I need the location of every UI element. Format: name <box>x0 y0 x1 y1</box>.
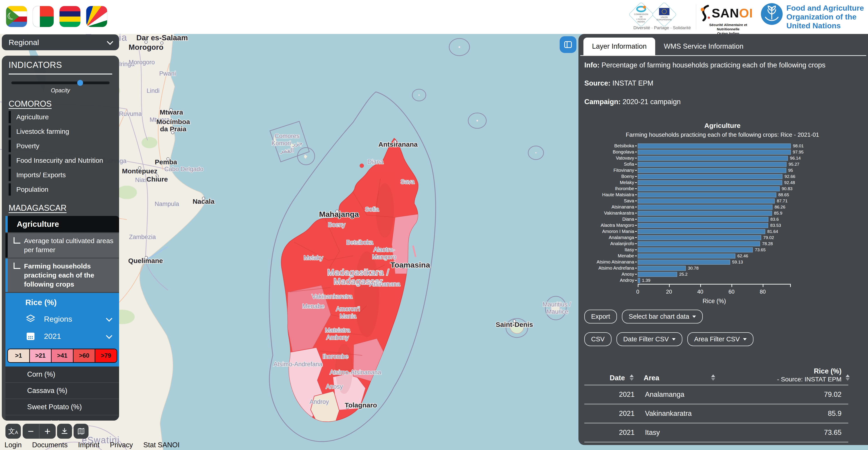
map-label: Morogoro <box>129 59 155 66</box>
sidebar-item[interactable]: Population <box>9 183 116 196</box>
chart-category-tick <box>635 176 637 177</box>
region-level-select[interactable]: Regional <box>2 34 119 50</box>
sidebar-item[interactable]: Food Insecurity and Nutrition <box>9 154 116 167</box>
chart-bar <box>638 217 768 222</box>
selected-indicator-box: Rice (%) Regions 2021 >1>21>41>60>79 <box>5 293 119 366</box>
sort-control-date[interactable] <box>630 375 634 381</box>
table-row[interactable]: 2021Itasy73.65 <box>584 423 848 442</box>
coi-tagline: Diversité · Partage · Solidarité <box>628 25 696 30</box>
column-header-area[interactable]: Area <box>644 374 659 382</box>
chart-row: Androy1.39 <box>582 277 863 283</box>
sidebar-item[interactable]: Poverty <box>9 140 116 152</box>
sidebar-item-agriculture-selected[interactable]: Agriculture <box>5 216 119 232</box>
chart-category-tick <box>635 250 637 250</box>
chart-value-label: 25.2 <box>679 272 688 277</box>
chart-category-label: Sava <box>582 198 634 203</box>
footer-link-privacy[interactable]: Privacy <box>110 441 133 449</box>
download-button[interactable] <box>57 424 72 439</box>
opacity-slider[interactable] <box>11 80 110 86</box>
tab-wms-service-information[interactable]: WMS Service Information <box>655 38 752 55</box>
cell-area: Itasy <box>645 428 660 437</box>
panel-toggle-button[interactable] <box>560 36 577 53</box>
footer-link-documents[interactable]: Documents <box>32 441 68 449</box>
chart-bar <box>638 235 761 240</box>
table-row[interactable]: 2021Analamanga79.02 <box>584 385 848 404</box>
chart-category-label: Androy <box>582 278 634 283</box>
button-area-filter-csv[interactable]: Area Filter CSV <box>687 332 753 346</box>
chart-category-tick <box>635 170 637 171</box>
sort-control-area[interactable] <box>711 375 715 381</box>
sidebar-crop-item[interactable]: Sweet Potato (%) <box>5 399 119 415</box>
chart-category-label: Atsimo Andrefana <box>582 265 634 271</box>
translate-button[interactable]: 文A <box>5 424 21 439</box>
flag-comoros[interactable] <box>6 6 27 27</box>
sidebar-crop-item[interactable]: Corn (%) <box>5 366 119 383</box>
column-header-date[interactable]: Date <box>610 374 625 382</box>
chart-category-label: Vatovavy <box>582 156 634 161</box>
basemap-button[interactable] <box>73 424 89 439</box>
data-table: Date Area Rice (%) - Source: INSTAT EPM … <box>584 355 848 442</box>
opacity-slider-thumb[interactable] <box>77 80 83 86</box>
chart-row: Bongolava97.95 <box>582 149 863 155</box>
map-label: Menabe <box>302 303 324 310</box>
map-label: Nampula <box>155 200 179 207</box>
sidebar-crop-item[interactable]: Cassava (%) <box>5 383 119 399</box>
map-label: Pwani <box>159 70 176 77</box>
fao-logo[interactable]: Food and AgricultureOrganization of theU… <box>761 3 864 30</box>
tab-layer-information[interactable]: Layer Information <box>583 38 655 55</box>
chart-category-label: Alaotra Mangoro <box>582 223 634 228</box>
map-label: Atsimo-Andrefana <box>274 361 322 367</box>
opacity-slider-track[interactable] <box>11 82 110 84</box>
map-label: Vakinankaratra <box>312 293 353 300</box>
subitem-label: Average total cultivated areas per farme… <box>24 236 115 254</box>
button-date-filter-csv[interactable]: Date Filter CSV <box>617 332 682 346</box>
button-export[interactable]: Export <box>584 310 617 323</box>
flag-seychelles[interactable] <box>86 6 107 27</box>
flag-mauritius[interactable] <box>59 6 81 27</box>
regions-select[interactable]: Regions <box>5 314 119 324</box>
map-label: Sofia <box>365 206 379 213</box>
sidebar-item[interactable]: Imports/ Exports <box>9 169 116 181</box>
zoom-in-button[interactable]: + <box>39 424 56 439</box>
app-root: TanzaniaMadagasikara /MadagascareSwatini… <box>0 0 868 450</box>
coi-logo[interactable]: COMMISSION DEL'OCÉAN INDIEN UNION EUROPÉ… <box>628 3 696 32</box>
map-icon <box>77 427 85 435</box>
chart-bar <box>638 260 730 265</box>
sidebar-subitem-cultivated-areas[interactable]: Average total cultivated areas per farme… <box>5 233 119 258</box>
map-label: Alaotra- <box>374 246 395 253</box>
country-header-comoros[interactable]: COMOROS <box>9 99 119 109</box>
table-row[interactable]: 2021Vakinankaratra85.9 <box>584 404 848 423</box>
chart-value-label: 83.6 <box>770 217 779 222</box>
chart-bar <box>638 241 760 246</box>
button-csv[interactable]: CSV <box>584 332 612 346</box>
chevron-down-icon <box>107 38 113 45</box>
map-label: Betsiboka <box>346 239 374 246</box>
sidebar-crop-item[interactable]: Cocoa (%) <box>5 415 119 421</box>
column-header-value[interactable]: Rice (%) - Source: INSTAT EPM <box>777 367 841 383</box>
sidebar-item[interactable]: Agriculture <box>9 111 116 123</box>
chart-row: Menabe62.46 <box>582 253 863 259</box>
coi-diamond: COMMISSION DEL'OCÉAN INDIEN <box>628 2 654 27</box>
year-select[interactable]: 2021 <box>5 331 119 341</box>
chart-category-tick <box>635 231 637 232</box>
map-label: Mania <box>340 313 356 320</box>
button-select-bar-chart-data[interactable]: Select bar chart data <box>622 310 703 323</box>
sidebar-subitem-farming-households[interactable]: Farming households practicing each of th… <box>5 258 119 292</box>
chart-bar <box>638 174 782 179</box>
footer-link-imprint[interactable]: Imprint <box>78 441 100 449</box>
chart-category-label: Atsinanana <box>582 204 634 210</box>
sidebar-item[interactable]: Livestock farming <box>9 125 116 138</box>
chart-row: Melaky92.48 <box>582 180 863 186</box>
chart-category-label: Vakinankaratra <box>582 211 634 216</box>
chart-category-tick <box>635 274 637 275</box>
legend-chip: >60 <box>73 349 96 362</box>
sanoi-logo[interactable]: SANOI Sécurité Alimentaire et Nutritionn… <box>700 3 756 36</box>
selected-crop-label[interactable]: Rice (%) <box>5 298 119 307</box>
coi-org-line2: L'OCÉAN INDIEN <box>637 18 646 23</box>
sort-control-value[interactable] <box>845 375 850 381</box>
footer-link-stat-sanoi[interactable]: Stat SANOI <box>143 441 180 449</box>
footer-link-login[interactable]: Login <box>4 441 22 449</box>
country-header-madagascar[interactable]: MADAGASCAR <box>9 203 119 213</box>
flag-madagascar[interactable] <box>33 6 54 27</box>
zoom-out-button[interactable]: − <box>23 424 39 439</box>
